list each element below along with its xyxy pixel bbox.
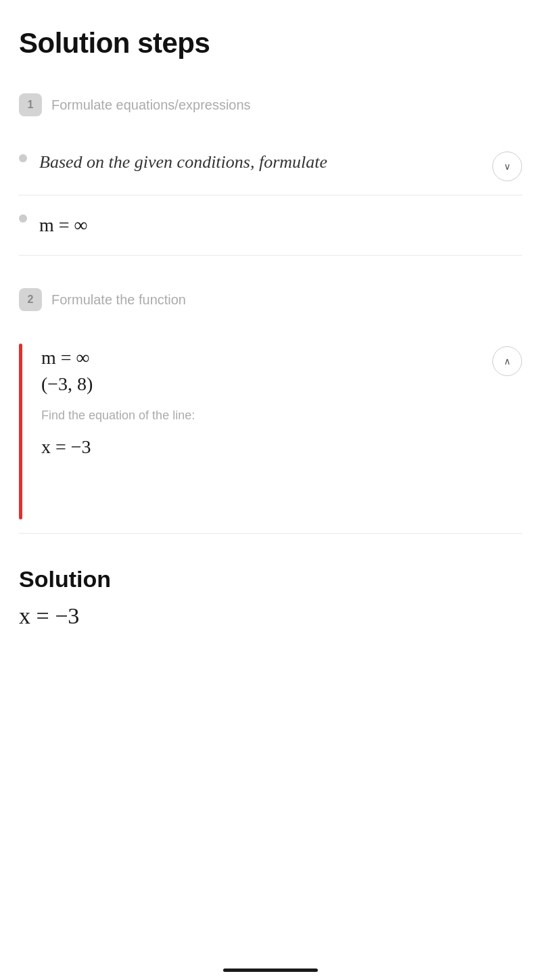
step-1-formula: m = ∞ — [39, 209, 522, 241]
step-2-formula-line2: (−3, 8) — [41, 373, 481, 395]
chevron-down-icon: ∨ — [504, 161, 511, 172]
bottom-home-bar — [223, 969, 318, 972]
red-accent-bar — [19, 344, 22, 519]
step-2-item-1-chevron-up-button[interactable]: ∧ — [492, 346, 522, 376]
solution-title: Solution — [19, 566, 522, 592]
step-1-item-1-text: Based on the given conditions, formulate — [39, 149, 480, 175]
step-1-header: 1 Formulate equations/expressions — [19, 93, 522, 116]
page-title: Solution steps — [19, 27, 522, 60]
step-1-title: Formulate equations/expressions — [51, 97, 251, 113]
step-2-header: 2 Formulate the function — [19, 288, 522, 311]
step-2-formula-line1: m = ∞ — [41, 344, 481, 372]
step-1-badge: 1 — [19, 93, 42, 116]
step-2-item-1: m = ∞ (−3, 8) Find the equation of the l… — [19, 330, 522, 534]
step-1-item-1-dot — [19, 154, 27, 162]
step-2-result: x = −3 — [41, 436, 481, 458]
chevron-up-icon: ∧ — [504, 356, 511, 367]
step-2-section: 2 Formulate the function m = ∞ (−3, 8) F… — [19, 288, 522, 534]
step-1-item-2-dot — [19, 214, 27, 223]
step-1-item-2: m = ∞ — [19, 195, 522, 256]
step-2-title: Formulate the function — [51, 292, 186, 308]
step-1-item-1-chevron-down-button[interactable]: ∨ — [492, 151, 522, 181]
step-2-badge: 2 — [19, 288, 42, 311]
step-2-subtitle: Find the equation of the line: — [41, 409, 481, 423]
solution-formula: x = −3 — [19, 603, 522, 629]
step-1-section: 1 Formulate equations/expressions Based … — [19, 93, 522, 256]
solution-section: Solution x = −3 — [19, 566, 522, 629]
step-1-item-1: Based on the given conditions, formulate… — [19, 135, 522, 195]
